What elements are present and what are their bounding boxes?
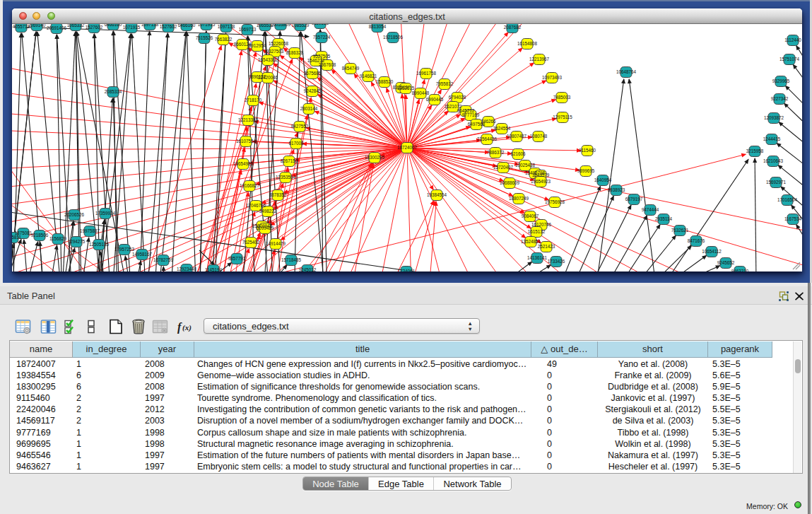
svg-text:15226058: 15226058 xyxy=(269,41,289,46)
svg-text:19654923: 19654923 xyxy=(531,179,551,184)
svg-text:8471676: 8471676 xyxy=(688,238,705,243)
svg-text:6466160: 6466160 xyxy=(178,24,196,28)
svg-text:19756928: 19756928 xyxy=(545,199,565,204)
svg-text:1085529: 1085529 xyxy=(292,24,310,28)
svg-text:12093872: 12093872 xyxy=(764,115,784,120)
svg-text:9242845: 9242845 xyxy=(304,88,322,93)
svg-text:22420046: 22420046 xyxy=(258,75,278,80)
svg-text:12353594: 12353594 xyxy=(276,175,296,180)
svg-text:3498222: 3498222 xyxy=(259,209,277,214)
svg-text:9110653: 9110653 xyxy=(312,24,329,25)
svg-text:16107554: 16107554 xyxy=(236,139,257,144)
svg-text:14914479: 14914479 xyxy=(266,241,286,246)
svg-text:8267150: 8267150 xyxy=(281,158,298,163)
svg-text:1527602: 1527602 xyxy=(86,25,103,30)
svg-text:3624554: 3624554 xyxy=(493,126,511,131)
svg-text:1615132: 1615132 xyxy=(528,229,546,234)
svg-text:9327503: 9327503 xyxy=(266,49,284,54)
svg-text:3915811: 3915811 xyxy=(12,235,22,240)
svg-text:9777169: 9777169 xyxy=(462,112,480,117)
svg-text:617008: 617008 xyxy=(288,141,304,146)
svg-text:16053809: 16053809 xyxy=(271,24,291,27)
svg-text:1080748: 1080748 xyxy=(530,134,548,139)
svg-text:7663822: 7663822 xyxy=(215,37,233,42)
svg-text:1362615: 1362615 xyxy=(397,86,415,90)
svg-text:18300295: 18300295 xyxy=(365,155,385,160)
svg-text:8990448: 8990448 xyxy=(412,90,430,95)
svg-text:12213383: 12213383 xyxy=(238,117,259,122)
svg-text:1097138: 1097138 xyxy=(218,24,235,29)
svg-text:16961758: 16961758 xyxy=(416,71,437,76)
svg-text:12505135: 12505135 xyxy=(89,242,110,247)
svg-text:9245652: 9245652 xyxy=(717,260,735,265)
svg-text:1065332: 1065332 xyxy=(67,24,85,28)
svg-text:1071915: 1071915 xyxy=(123,25,141,30)
svg-text:15692971: 15692971 xyxy=(766,180,787,185)
svg-text:21564436: 21564436 xyxy=(477,136,498,141)
svg-text:16543362: 16543362 xyxy=(258,57,278,62)
svg-text:9084067: 9084067 xyxy=(522,214,539,218)
svg-text:7955812: 7955812 xyxy=(436,81,454,86)
svg-text:7357224: 7357224 xyxy=(313,35,331,40)
svg-text:12923448: 12923448 xyxy=(177,267,197,271)
svg-text:9463210: 9463210 xyxy=(731,269,749,271)
svg-text:3215958: 3215958 xyxy=(746,148,764,153)
svg-text:12975115: 12975115 xyxy=(553,115,572,119)
svg-text:7515526: 7515526 xyxy=(196,35,213,40)
svg-text:9474444: 9474444 xyxy=(642,207,659,212)
svg-text:14958167: 14958167 xyxy=(132,252,153,257)
svg-text:9245012: 9245012 xyxy=(299,267,317,271)
svg-text:17957253: 17957253 xyxy=(114,247,135,252)
svg-text:9146821: 9146821 xyxy=(360,74,377,78)
svg-text:9329965: 9329965 xyxy=(772,78,790,83)
svg-text:1588520: 1588520 xyxy=(376,79,394,84)
svg-text:17046766: 17046766 xyxy=(246,203,266,208)
svg-text:9857791: 9857791 xyxy=(228,256,246,261)
svg-text:18724007: 18724007 xyxy=(397,145,418,150)
svg-text:12213967: 12213967 xyxy=(529,57,550,62)
svg-text:1071915: 1071915 xyxy=(198,24,216,27)
svg-text:16210643: 16210643 xyxy=(763,158,784,163)
svg-text:2085334: 2085334 xyxy=(105,89,122,94)
svg-text:16154808: 16154808 xyxy=(517,41,538,46)
svg-text:1527602: 1527602 xyxy=(160,24,177,29)
svg-text:10648764: 10648764 xyxy=(616,69,637,74)
svg-text:2087682: 2087682 xyxy=(504,25,522,30)
svg-text:16120746: 16120746 xyxy=(531,222,552,227)
svg-text:3675685: 3675685 xyxy=(304,71,322,76)
svg-text:8427552: 8427552 xyxy=(291,124,309,129)
svg-text:2718170: 2718170 xyxy=(245,98,262,103)
svg-text:9899695: 9899695 xyxy=(577,168,595,173)
svg-text:10973493: 10973493 xyxy=(542,75,563,80)
svg-text:8454749: 8454749 xyxy=(342,66,360,71)
svg-text:2069140: 2069140 xyxy=(28,24,46,28)
svg-text:7886372: 7886372 xyxy=(487,150,505,155)
svg-text:15751074: 15751074 xyxy=(779,57,800,62)
svg-text:10807487: 10807487 xyxy=(507,134,527,139)
svg-text:16782759: 16782759 xyxy=(153,257,174,262)
svg-text:20206526: 20206526 xyxy=(64,212,85,217)
svg-text:19166827: 19166827 xyxy=(240,183,260,188)
svg-text:8938923: 8938923 xyxy=(608,187,625,192)
svg-text:746266: 746266 xyxy=(481,119,496,124)
svg-text:10025438: 10025438 xyxy=(515,163,536,168)
svg-text:8878352: 8878352 xyxy=(269,192,287,197)
svg-text:15718485: 15718485 xyxy=(281,257,302,262)
svg-text:9115460: 9115460 xyxy=(579,148,596,153)
svg-text:9227342: 9227342 xyxy=(771,96,789,101)
svg-text:10688609: 10688609 xyxy=(500,180,520,185)
svg-text:19654985: 19654985 xyxy=(233,161,254,166)
svg-text:6990445: 6990445 xyxy=(426,97,444,102)
svg-text:1733426: 1733426 xyxy=(548,259,565,264)
svg-text:1294275: 1294275 xyxy=(68,239,86,244)
svg-text:18807249: 18807249 xyxy=(509,196,529,201)
svg-text:19975887: 19975887 xyxy=(80,228,100,233)
svg-text:1069713: 1069713 xyxy=(239,27,257,32)
svg-text:1167534: 1167534 xyxy=(784,216,802,221)
svg-text:621606: 621606 xyxy=(510,151,526,156)
svg-text:17016504: 17016504 xyxy=(777,197,798,202)
svg-text:8813054: 8813054 xyxy=(369,24,387,29)
svg-text:19218506: 19218506 xyxy=(383,35,404,40)
svg-text:1724061: 1724061 xyxy=(398,269,416,271)
svg-text:17359924: 17359924 xyxy=(95,211,116,216)
